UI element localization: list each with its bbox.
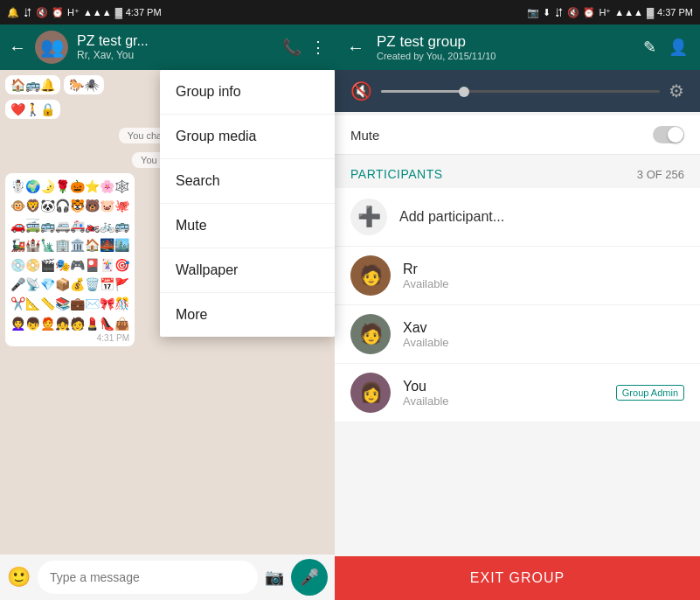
plus-person-icon: ➕	[357, 206, 381, 228]
participants-label: Participants	[350, 167, 443, 181]
mute-bar: 🔇 ⚙	[335, 70, 700, 112]
add-participant-row[interactable]: ➕ Add participant...	[335, 188, 700, 247]
time-right: 4:37 PM	[657, 7, 693, 17]
mute-speaker-icon: 🔇	[350, 80, 372, 101]
group-admin-badge: Group Admin	[616, 385, 684, 401]
participant-row-you[interactable]: 👩 You Available Group Admin	[335, 364, 700, 422]
dropdown-item-mute[interactable]: Mute	[160, 204, 335, 248]
time-left: 4:37 PM	[126, 7, 162, 17]
dropdown-item-more[interactable]: More	[160, 293, 335, 337]
download-icon: ⬇	[543, 7, 551, 18]
dropdown-item-group-media[interactable]: Group media	[160, 115, 335, 159]
info-header: ← PZ test group Created by You, 2015/11/…	[335, 24, 700, 70]
back-button-info[interactable]: ←	[347, 38, 364, 58]
dropdown-item-search[interactable]: Search	[160, 159, 335, 204]
message-input[interactable]	[38, 561, 258, 594]
dropdown-item-wallpaper[interactable]: Wallpaper	[160, 248, 335, 293]
info-header-actions: ✎ 👤	[643, 38, 688, 57]
chat-header-name: PZ test gr...	[77, 33, 274, 49]
mute-label: Mute	[350, 128, 379, 143]
info-header-text: PZ test group Created by You, 2015/11/10	[377, 33, 631, 61]
chat-panel: ← 👥 PZ test gr... Rr, Xav, You 📞 ⋮ 🏠🚌🔔 🐎…	[0, 24, 335, 600]
participants-count: 3 OF 256	[637, 168, 684, 181]
network-left: H⁺	[67, 7, 80, 18]
you-avatar-image: 👩	[359, 381, 383, 404]
call-icon[interactable]: 📞	[282, 38, 301, 57]
participant-avatar-rr: 🧑	[350, 255, 391, 296]
mute-toggle[interactable]	[653, 126, 684, 143]
message-timestamp: 4:31 PM	[10, 333, 129, 343]
participants-header: Participants 3 OF 256	[335, 155, 700, 188]
dropdown-item-group-info[interactable]: Group info	[160, 70, 335, 115]
info-content: 🔇 ⚙ Mute Participants 3 OF 256	[335, 70, 700, 600]
edit-icon[interactable]: ✎	[643, 38, 656, 57]
emoji-message-2: 🐎🕷️	[64, 75, 104, 94]
participant-row-xav[interactable]: 🧑 Xav Available	[335, 305, 700, 364]
mute-slider-track	[381, 90, 465, 93]
mute-label-row: Mute	[335, 115, 700, 155]
emoji-picker-button[interactable]: 🙂	[7, 566, 31, 589]
mute-slider[interactable]	[381, 90, 660, 93]
status-bar-left: 🔔 ⮃ 🔇 ⏰ H⁺ ▲▲▲ ▓ 4:37 PM	[7, 7, 162, 18]
exit-group-button[interactable]: EXIT GROUP	[335, 556, 700, 600]
mute-icon-right: 🔇	[567, 7, 579, 18]
participant-name-you: You	[403, 379, 604, 394]
mute-icon-left: 🔇	[36, 7, 48, 18]
add-participant-text: Add participant...	[399, 209, 504, 225]
signal-left: ▲▲▲	[83, 7, 112, 17]
group-subtitle: Created by You, 2015/11/10	[377, 51, 631, 61]
bluetooth-icon-left: ⮃	[23, 7, 32, 17]
rr-avatar-image: 🧑	[359, 264, 383, 287]
add-person-icon[interactable]: 👤	[669, 38, 688, 57]
camera-button[interactable]: 📷	[265, 568, 284, 587]
emoji-message-1: 🏠🚌🔔	[5, 75, 60, 94]
toggle-thumb	[668, 127, 683, 143]
participant-info-xav: Xav Available	[403, 320, 684, 349]
info-panel: ← PZ test group Created by You, 2015/11/…	[335, 24, 700, 600]
more-options-icon[interactable]: ⋮	[310, 38, 326, 57]
participant-info-rr: Rr Available	[403, 262, 684, 290]
mic-button[interactable]: 🎤	[291, 559, 328, 596]
bluetooth-icon-right: ⮃	[554, 7, 564, 17]
participant-status-you: Available	[403, 394, 604, 408]
emoji-message-3: ❤️🚶🔒	[5, 100, 60, 119]
participant-info-you: You Available	[403, 379, 604, 408]
chat-header: ← 👥 PZ test gr... Rr, Xav, You 📞 ⋮	[0, 24, 335, 70]
alarm-icon-left: ⏰	[52, 7, 64, 18]
add-participant-icon: ➕	[350, 199, 387, 235]
participant-row-rr[interactable]: 🧑 Rr Available	[335, 247, 700, 305]
participant-name-rr: Rr	[403, 262, 684, 277]
chat-header-sub: Rr, Xav, You	[77, 49, 274, 61]
big-emoji-content: ☃️🌍🌛🌹🎃⭐🌸🕸️ 🐵🦁🐼🎧🐯🐻🐷🐙 🚗🚎🚌🚐🚑🏍️🚲🚌 🚂🏰🗽🏢🏛️🏠🌉🏙️…	[10, 177, 129, 333]
network-right: H⁺	[599, 7, 611, 18]
big-emoji-message: ☃️🌍🌛🌹🎃⭐🌸🕸️ 🐵🦁🐼🎧🐯🐻🐷🐙 🚗🚎🚌🚐🚑🏍️🚲🚌 🚂🏰🗽🏢🏛️🏠🌉🏙️…	[5, 173, 135, 346]
signal-right: ▲▲▲	[614, 7, 643, 17]
participant-avatar-xav: 🧑	[350, 314, 391, 354]
participant-avatar-you: 👩	[350, 373, 391, 413]
battery-right: ▓	[647, 7, 654, 17]
spacer	[335, 422, 700, 556]
main-content: ← 👥 PZ test gr... Rr, Xav, You 📞 ⋮ 🏠🚌🔔 🐎…	[0, 24, 700, 600]
mute-slider-thumb	[459, 87, 469, 97]
chat-avatar: 👥	[35, 31, 68, 64]
participant-name-xav: Xav	[403, 320, 684, 336]
chat-header-info: PZ test gr... Rr, Xav, You	[77, 33, 274, 61]
participant-status-rr: Available	[403, 277, 684, 290]
group-title: PZ test group	[377, 33, 631, 51]
back-button-chat[interactable]: ←	[9, 38, 26, 58]
participant-status-xav: Available	[403, 336, 684, 349]
battery-left: ▓	[115, 7, 122, 17]
xav-avatar-image: 🧑	[359, 323, 383, 345]
mic-icon: 🎤	[300, 568, 319, 587]
dropdown-menu: Group info Group media Search Mute Wallp…	[160, 70, 335, 337]
settings-icon[interactable]: ⚙	[669, 80, 684, 101]
chat-input-bar: 🙂 📷 🎤	[0, 555, 335, 600]
status-bar-right: 📷 ⬇ ⮃ 🔇 ⏰ H⁺ ▲▲▲ ▓ 4:37 PM	[527, 7, 693, 18]
photo-icon: 📷	[527, 7, 539, 18]
app-icon: 🔔	[7, 7, 19, 18]
alarm-icon-right: ⏰	[583, 7, 595, 18]
status-bar: 🔔 ⮃ 🔇 ⏰ H⁺ ▲▲▲ ▓ 4:37 PM 📷 ⬇ ⮃ 🔇 ⏰ H⁺ ▲▲…	[0, 0, 700, 24]
